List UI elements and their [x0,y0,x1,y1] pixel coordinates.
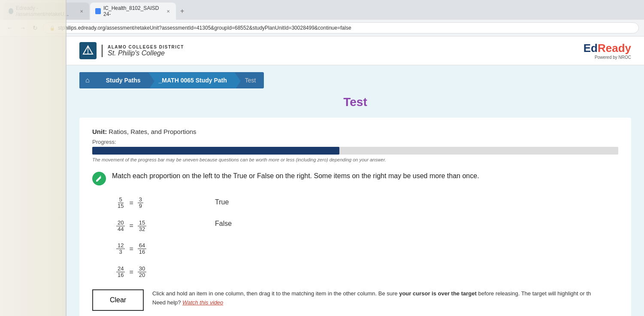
drag-instruction: Click and hold an item in one column, th… [152,289,618,307]
powered-by: Powered by NROC [584,55,631,60]
content-area: Unit: Ratios, Rates, and Proportions Pro… [79,118,631,316]
edready-tab-close[interactable]: ✕ [79,8,84,15]
fraction-2-left: 20 44 [116,220,125,233]
page-title: Test [67,95,644,109]
address-bar[interactable]: 🔒 stphilips.edready.org/assessment/retak… [43,22,639,33]
breadcrumb-home[interactable]: ⌂ [79,72,96,88]
list-item[interactable]: 24 16 = 30 20 [112,263,189,281]
college-district: ALAMO COLLEGES DISTRICT [108,45,184,49]
fraction-2-right: 15 32 [138,220,146,233]
list-item[interactable]: 5 15 = 3 9 [112,194,189,212]
new-tab-button[interactable]: + [177,6,187,17]
progress-note: The movement of the progress bar may be … [92,157,618,162]
health-tab-title: IC_Health_8102_SAISD 24- [103,5,163,17]
unit-label: Unit: Ratios, Rates, and Proportions [92,128,618,135]
matching-container: 5 15 = 3 9 20 44 = 15 [112,194,618,281]
college-name: St. Philip's College [108,49,184,57]
address-bar-row: ← → ↻ 🔒 stphilips.edready.org/assessment… [0,20,644,36]
question-row: Match each proportion on the left to the… [92,171,618,185]
list-item[interactable]: 20 44 = 15 32 [112,217,189,235]
unit-name: Ratios, Rates, and Proportions [109,128,196,135]
health-tab-icon [95,8,101,14]
false-option[interactable]: False [206,217,240,230]
true-option[interactable]: True [206,196,240,209]
college-logo-icon [79,42,97,59]
main-content: ALAMO COLLEGES DISTRICT St. Philip's Col… [67,36,644,316]
browser-chrome: Edready - /assessment/retakeU... ✕ IC_He… [0,0,644,36]
instruction-area: Clear Click and hold an item in one colu… [92,289,618,311]
tab-bar: Edready - /assessment/retakeU... ✕ IC_He… [0,0,644,20]
breadcrumb: ⌂ Study Paths _MATH 0065 Study Path Test [79,72,264,88]
breadcrumb-study-paths[interactable]: Study Paths [96,73,148,88]
page-title-area: Test [67,95,644,109]
question-text: Match each proportion on the left to the… [112,171,479,181]
clear-button[interactable]: Clear [92,289,144,311]
url-text: stphilips.edready.org/assessment/retakeU… [58,25,351,31]
pencil-icon [92,172,106,185]
watch-video-link[interactable]: Watch this video [182,299,223,306]
edready-brand: EdReady [584,42,631,55]
left-column: 5 15 = 3 9 20 44 = 15 [112,194,189,281]
right-column: True False [206,194,240,281]
fraction-4-left: 24 16 [116,266,125,279]
site-header: ALAMO COLLEGES DISTRICT St. Philip's Col… [67,36,644,65]
notebook-overlay [0,0,67,316]
health-tab[interactable]: IC_Health_8102_SAISD 24- ✕ [90,3,176,20]
progress-label: Progress: [92,139,618,145]
edready-logo: EdReady Powered by NROC [584,42,631,60]
fraction-3-right: 64 16 [138,243,146,255]
breadcrumb-math-path[interactable]: _MATH 0065 Study Path [148,73,235,88]
progress-bar-fill [92,147,339,155]
fraction-4-right: 30 20 [138,266,146,279]
college-text: ALAMO COLLEGES DISTRICT St. Philip's Col… [102,45,184,57]
college-logo: ALAMO COLLEGES DISTRICT St. Philip's Col… [79,42,184,59]
list-item[interactable]: 12 3 = 64 16 [112,240,189,258]
fraction-3-left: 12 3 [116,243,125,255]
fraction-1-left: 5 15 [116,197,125,210]
health-tab-close[interactable]: ✕ [166,8,171,15]
fraction-1-right: 3 9 [138,197,143,210]
progress-bar-container [92,147,618,155]
